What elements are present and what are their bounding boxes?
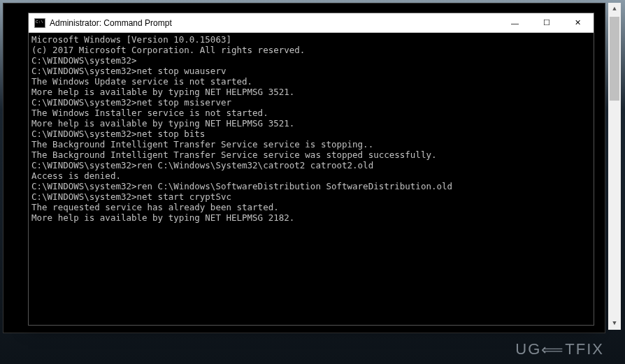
terminal-line: C:\WINDOWS\system32>net stop msiserver — [31, 97, 591, 108]
minimize-button[interactable]: — — [499, 13, 531, 32]
terminal-line: C:\WINDOWS\system32>net stop bits — [31, 129, 591, 139]
terminal-line: The Windows Installer service is not sta… — [31, 108, 591, 118]
window-title: Administrator: Command Prompt — [50, 18, 499, 28]
terminal-line: C:\WINDOWS\system32>net stop wuauserv — [31, 66, 591, 76]
terminal-line: C:\WINDOWS\system32>ren C:\Windows\Softw… — [31, 181, 591, 191]
scrollbar-down-icon[interactable]: ▼ — [608, 317, 621, 330]
cmd-icon — [34, 18, 45, 28]
watermark: UG⟸TFIX — [515, 340, 604, 358]
terminal-line: Access is denied. — [31, 170, 591, 181]
terminal-line: The Background Intelligent Transfer Serv… — [31, 150, 591, 160]
window-controls: — ☐ ✕ — [499, 13, 594, 32]
titlebar[interactable]: Administrator: Command Prompt — ☐ ✕ — [29, 13, 594, 33]
terminal-line: More help is available by typing NET HEL… — [31, 87, 591, 97]
vertical-scrollbar[interactable]: ▲ ▼ — [608, 3, 621, 330]
terminal-line: C:\WINDOWS\system32> — [31, 55, 591, 66]
maximize-button[interactable]: ☐ — [531, 13, 562, 32]
terminal-line: The requested service has already been s… — [31, 202, 591, 212]
terminal-line: C:\WINDOWS\system32>net start cryptSvc — [31, 191, 591, 202]
command-prompt-window: Administrator: Command Prompt — ☐ ✕ Micr… — [28, 13, 594, 326]
terminal-line: Microsoft Windows [Version 10.0.15063] — [31, 34, 591, 45]
watermark-text-post: TFIX — [565, 340, 604, 358]
arrow-left-icon: ⟸ — [541, 341, 565, 359]
terminal-output[interactable]: Microsoft Windows [Version 10.0.15063] (… — [29, 33, 594, 325]
terminal-line: (c) 2017 Microsoft Corporation. All righ… — [31, 45, 591, 55]
scrollbar-thumb[interactable] — [610, 17, 619, 101]
terminal-line: More help is available by typing NET HEL… — [31, 118, 591, 129]
close-button[interactable]: ✕ — [562, 13, 594, 32]
watermark-text-pre: UG — [515, 340, 541, 358]
terminal-line: The Windows Update service is not starte… — [31, 76, 591, 87]
terminal-line: More help is available by typing NET HEL… — [31, 212, 591, 223]
terminal-line: C:\WINDOWS\system32>ren C:\Windows\Syste… — [31, 160, 591, 170]
terminal-line: The Background Intelligent Transfer Serv… — [31, 139, 591, 150]
scrollbar-up-icon[interactable]: ▲ — [608, 3, 621, 15]
